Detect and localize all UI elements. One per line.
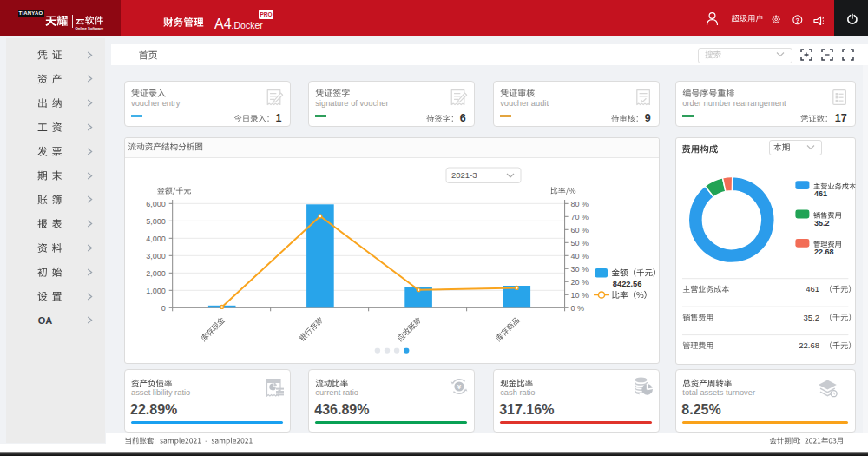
- svg-text:80 %: 80 %: [571, 200, 589, 208]
- svg-text:5,000: 5,000: [146, 217, 166, 226]
- svg-text:40 %: 40 %: [571, 252, 589, 261]
- svg-text:0: 0: [161, 304, 166, 313]
- svg-text:30 %: 30 %: [571, 265, 589, 274]
- svg-text:1,000: 1,000: [146, 287, 166, 295]
- svg-text:6,000: 6,000: [146, 200, 166, 208]
- svg-text:2,000: 2,000: [146, 269, 166, 278]
- svg-text:3,000: 3,000: [146, 252, 166, 261]
- svg-text:2021-3: 2021-3: [451, 170, 477, 180]
- svg-text:0 %: 0 %: [571, 304, 585, 313]
- svg-text:4,000: 4,000: [146, 235, 166, 243]
- svg-text:8422.56: 8422.56: [613, 280, 642, 288]
- svg-text:¥: ¥: [457, 382, 461, 390]
- svg-text:20 %: 20 %: [571, 278, 589, 287]
- svg-text:10 %: 10 %: [571, 291, 589, 300]
- svg-text:70 %: 70 %: [571, 213, 589, 221]
- svg-text:?: ?: [796, 16, 800, 23]
- svg-text:50 %: 50 %: [571, 239, 589, 248]
- svg-text:60 %: 60 %: [571, 226, 589, 235]
